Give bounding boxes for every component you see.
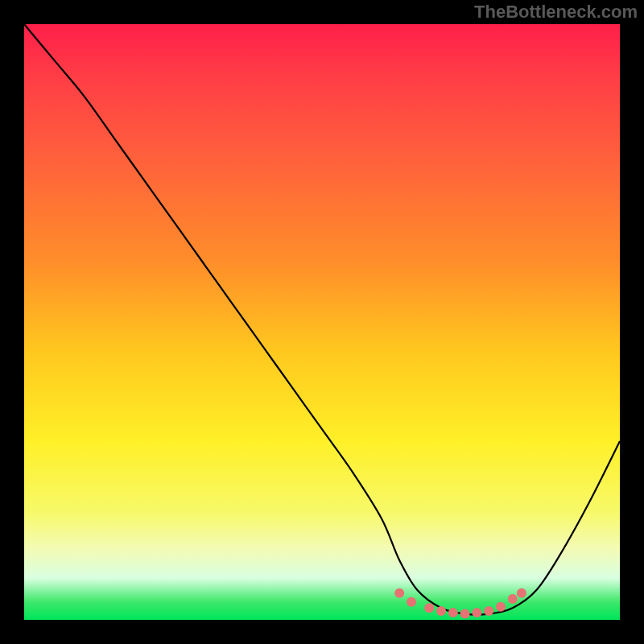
highlight-dot	[508, 594, 518, 604]
bottleneck-curve-path	[24, 24, 620, 615]
highlight-dot	[424, 603, 434, 613]
highlight-dot	[407, 597, 416, 607]
highlight-dot	[394, 588, 404, 598]
highlight-markers	[394, 588, 526, 619]
highlight-dot	[436, 606, 446, 616]
highlight-dot	[484, 606, 493, 616]
watermark-text: TheBottleneck.com	[474, 2, 638, 23]
curve-svg	[24, 24, 620, 620]
highlight-dot	[517, 588, 526, 598]
highlight-dot	[448, 608, 458, 617]
highlight-dot	[460, 609, 470, 619]
chart-container: TheBottleneck.com	[0, 0, 644, 644]
highlight-dot	[472, 608, 481, 617]
highlight-dot	[496, 602, 506, 612]
plot-area	[24, 24, 620, 620]
